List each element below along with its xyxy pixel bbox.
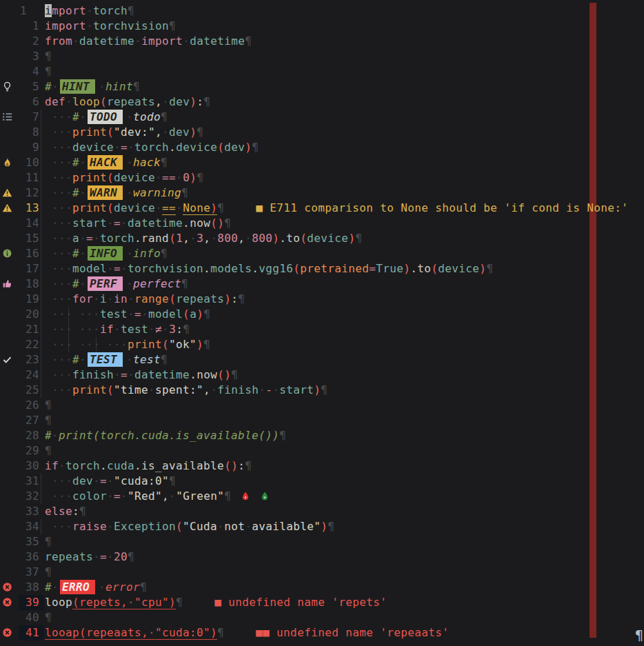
line-number[interactable]: 30 <box>0 458 39 474</box>
code-line[interactable]: 40¶ <box>0 610 644 625</box>
space-dot: · <box>126 186 133 199</box>
code-line[interactable]: 37¶ <box>0 565 644 580</box>
code-line[interactable]: 24 ···finish·=·datetime.now()¶ <box>0 367 644 383</box>
code-line[interactable]: 18 ···#·PERF·perfect¶ <box>0 276 644 292</box>
token: . <box>410 262 417 275</box>
line-number[interactable]: 19 <box>0 292 39 307</box>
line-number[interactable]: 40 <box>0 610 39 625</box>
line-number[interactable]: 17 <box>0 261 39 276</box>
line-number[interactable]: 8 <box>0 125 39 140</box>
eol-pilcrow-marker: ¶ <box>231 368 238 381</box>
code-line[interactable]: 39loop(repets,·"cpu")¶■ undefined name '… <box>0 595 644 610</box>
code-line[interactable]: 15 ···a·=·torch.rand(1,·3,·800,·800).to(… <box>0 231 644 246</box>
code-line[interactable]: 8 ···print("dev:",·dev)¶ <box>0 125 644 140</box>
code-line[interactable]: 9 ···device·=·torch.device(dev)¶ <box>0 140 644 155</box>
line-number[interactable]: 23 <box>0 352 39 367</box>
line-number[interactable]: 26 <box>0 398 39 413</box>
eol-pilcrow-marker: ¶ <box>45 65 52 78</box>
line-number[interactable]: 33 <box>0 504 39 519</box>
code-line[interactable]: 16 ···#·INFO·info¶ <box>0 246 644 261</box>
line-number[interactable]: 27 <box>0 413 39 428</box>
code-line[interactable]: 17 ···model·=·torchvision.models.vgg16(p… <box>0 261 644 276</box>
code-line[interactable]: 11 ···print(device·==·0)¶ <box>0 170 644 185</box>
code-line[interactable]: 33else:¶ <box>0 504 644 519</box>
line-number[interactable]: 1 <box>0 19 39 34</box>
line-number[interactable]: 1 <box>0 3 39 19</box>
line-number[interactable]: 24 <box>0 367 39 383</box>
code-line[interactable]: 31 ···dev·=·"cuda:0"¶ <box>0 474 644 489</box>
code-line[interactable]: 6def·loop(repeats,·dev):¶ <box>0 94 644 110</box>
code-line[interactable]: 10 ···#·HACK·hack¶ <box>0 155 644 170</box>
code-line[interactable]: 23 ···#·TEST·test¶ <box>0 352 644 367</box>
code-line[interactable]: 12 ···#·WARN·warning¶ <box>0 185 644 201</box>
line-number[interactable]: 18 <box>0 276 39 292</box>
code-line[interactable]: 29¶ <box>0 443 644 458</box>
code-line[interactable]: 41looap(repeaats,·"cuda:0")¶■■ undefined… <box>0 625 644 640</box>
code-line[interactable]: 34 ···raise·Exception("Cuda·not·availabl… <box>0 519 644 534</box>
line-number[interactable]: 29 <box>0 443 39 458</box>
line-number[interactable]: 12 <box>0 185 39 201</box>
line-number[interactable]: 13 <box>0 201 39 216</box>
line-number[interactable]: 38 <box>0 580 39 595</box>
space-dot: · <box>114 368 121 381</box>
line-number[interactable]: 32 <box>0 489 39 504</box>
line-number[interactable]: 10 <box>0 155 39 170</box>
line-number[interactable]: 34 <box>0 519 39 534</box>
token: # <box>72 277 79 290</box>
code-line[interactable]: 21 ··· ···if·test·≠·3:¶ <box>0 322 644 337</box>
line-number[interactable]: 39 <box>0 595 39 610</box>
line-number[interactable]: 16 <box>0 246 39 261</box>
line-number[interactable]: 25 <box>0 383 39 398</box>
line-number[interactable]: 31 <box>0 474 39 489</box>
code-line[interactable]: 27¶ <box>0 413 644 428</box>
code-line[interactable]: 22 ··· ··· ···print("ok")¶ <box>0 337 644 352</box>
code-line[interactable]: 5#·HINT·hint¶ <box>0 79 644 94</box>
code-line[interactable]: 36repeats·=·20¶ <box>0 549 644 565</box>
code-line[interactable]: 3¶ <box>0 49 644 64</box>
code-line[interactable]: 4¶ <box>0 64 644 79</box>
line-number[interactable]: 20 <box>0 307 39 322</box>
line-number[interactable]: 35 <box>0 534 39 549</box>
code-line[interactable]: 7 ···#·TODO·todo¶ <box>0 110 644 125</box>
line-text: ¶ <box>45 49 52 64</box>
code-line[interactable]: 32 ···color·=·"Red",·"Green"¶ <box>0 489 644 504</box>
code-line[interactable]: 2from·datetime·import·datetime¶ <box>0 34 644 49</box>
line-number[interactable]: 6 <box>0 94 39 110</box>
line-number[interactable]: 22 <box>0 337 39 352</box>
line-number[interactable]: 41 <box>0 625 39 640</box>
code-line[interactable]: 38#·ERRO·error¶ <box>0 580 644 595</box>
line-number[interactable]: 5 <box>0 79 39 94</box>
line-number[interactable]: 2 <box>0 34 39 49</box>
code-line[interactable]: 35¶ <box>0 534 644 549</box>
line-number[interactable]: 21 <box>0 322 39 337</box>
code-line[interactable]: 1import·torchvision¶ <box>0 19 644 34</box>
code-line[interactable]: 28#·print(torch.cuda.is_available())¶ <box>0 428 644 443</box>
code-line[interactable]: 14 ···start·=·datetime.now()¶ <box>0 216 644 231</box>
leading-space-dots: ··· <box>45 125 72 139</box>
token: device <box>176 141 217 154</box>
code-line[interactable]: 26¶ <box>0 398 644 413</box>
code-line[interactable]: 25 ···print("time·spent:",·finish·-·star… <box>0 383 644 398</box>
code-line[interactable]: 20 ··· ···test·=·model(a)¶ <box>0 307 644 322</box>
code-line[interactable]: 19 ···for·i·in·range(repeats):¶ <box>0 292 644 307</box>
line-number[interactable]: 36 <box>0 549 39 565</box>
token: , <box>155 125 162 139</box>
token: loop <box>45 596 72 609</box>
line-number[interactable]: 3 <box>0 49 39 64</box>
line-number[interactable]: 9 <box>0 140 39 155</box>
code-line[interactable]: 30if·torch.cuda.is_available():¶ <box>0 458 644 474</box>
line-number[interactable]: 4 <box>0 64 39 79</box>
eol-pilcrow-marker: ¶ <box>197 125 203 139</box>
line-number[interactable]: 14 <box>0 216 39 231</box>
line-number[interactable]: 28 <box>0 428 39 443</box>
eol-pilcrow-marker: ¶ <box>161 247 168 260</box>
indent-guide <box>41 337 41 352</box>
line-number[interactable]: 7 <box>0 110 39 125</box>
line-number[interactable]: 11 <box>0 170 39 185</box>
line-number[interactable]: 37 <box>0 565 39 580</box>
code-line[interactable]: 1import·torch¶ <box>0 3 644 19</box>
code-line[interactable]: 13 ···print(device·==·None)¶■ E711 compa… <box>0 201 644 216</box>
space-dot: · <box>162 125 169 139</box>
line-number[interactable]: 15 <box>0 231 39 246</box>
token: loop <box>72 95 100 108</box>
